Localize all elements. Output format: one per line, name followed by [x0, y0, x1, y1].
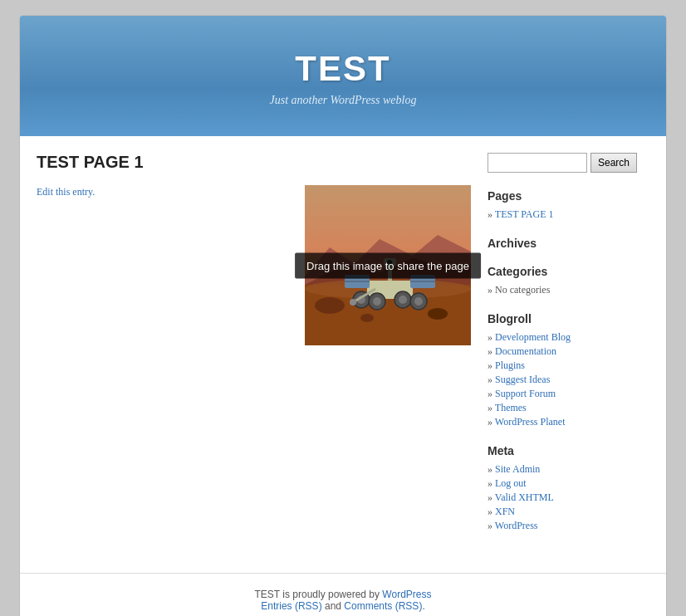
site-header: TEST Just another WordPress weblog: [20, 16, 666, 136]
list-item: TEST PAGE 1: [488, 208, 649, 222]
meta-link-xfn[interactable]: XFN: [495, 506, 515, 517]
footer-text: TEST is proudly powered by WordPress Ent…: [37, 589, 649, 612]
svg-point-23: [399, 296, 407, 304]
blogroll-link-suggest[interactable]: Suggest Ideas: [495, 374, 550, 385]
entries-rss-link[interactable]: Entries (RSS): [261, 600, 321, 612]
blogroll-heading: Blogroll: [488, 312, 649, 325]
list-item: Suggest Ideas: [488, 373, 649, 387]
edit-entry-link[interactable]: Edit this entry.: [37, 186, 95, 198]
main-content: TEST PAGE 1 Edit this entry.: [37, 153, 471, 548]
sidebar-blogroll: Blogroll Development Blog Documentation …: [488, 312, 649, 429]
list-item: Site Admin: [488, 462, 649, 477]
list-item: Valid XHTML: [488, 491, 649, 505]
sidebar-meta: Meta Site Admin Log out Valid XHTML XFN …: [488, 444, 649, 533]
search-form: Search: [488, 153, 649, 173]
blogroll-link-themes[interactable]: Themes: [495, 402, 527, 413]
comments-rss-link[interactable]: Comments (RSS): [344, 600, 422, 612]
list-item: XFN: [488, 505, 649, 519]
list-item: No categories: [488, 283, 649, 297]
svg-point-27: [350, 299, 356, 306]
list-item: WordPress Planet: [488, 415, 649, 429]
meta-link-logout[interactable]: Log out: [495, 477, 527, 489]
pages-heading: Pages: [488, 189, 649, 203]
page-title: TEST PAGE 1: [37, 153, 471, 172]
footer-text-before: TEST is proudly powered by: [255, 589, 383, 600]
sidebar-pages: Pages TEST PAGE 1: [488, 189, 649, 222]
post-content: Edit this entry.: [37, 185, 471, 345]
blogroll-link-support[interactable]: Support Forum: [495, 388, 556, 399]
blogroll-link-wp-planet[interactable]: WordPress Planet: [495, 416, 566, 428]
site-subtitle: Just another WordPress weblog: [37, 94, 649, 107]
list-item: Themes: [488, 401, 649, 415]
svg-point-7: [360, 314, 374, 322]
blogroll-link-documentation[interactable]: Documentation: [495, 345, 556, 357]
post-text: Edit this entry.: [37, 185, 288, 198]
list-item: Plugins: [488, 359, 649, 373]
pages-list: TEST PAGE 1: [488, 208, 649, 222]
meta-list: Site Admin Log out Valid XHTML XFN WordP…: [488, 462, 649, 533]
list-item: Log out: [488, 477, 649, 491]
svg-point-21: [373, 297, 381, 306]
content-wrapper: TEST PAGE 1 Edit this entry.: [20, 136, 666, 573]
blogroll-link-plugins[interactable]: Plugins: [495, 359, 525, 371]
blogroll-link-development[interactable]: Development Blog: [495, 331, 571, 343]
sidebar-categories: Categories No categories: [488, 265, 649, 297]
blogroll-list: Development Blog Documentation Plugins S…: [488, 330, 649, 429]
outer-wrapper: TEST Just another WordPress weblog TEST …: [19, 15, 667, 616]
svg-point-25: [414, 297, 423, 306]
meta-link-xhtml[interactable]: Valid XHTML: [495, 491, 554, 503]
search-button[interactable]: Search: [590, 153, 637, 173]
categories-heading: Categories: [488, 265, 649, 278]
site-footer: TEST is proudly powered by WordPress Ent…: [20, 573, 666, 616]
list-item: WordPress: [488, 519, 649, 533]
search-input[interactable]: [488, 153, 587, 173]
svg-point-6: [428, 308, 448, 320]
page-link[interactable]: TEST PAGE 1: [495, 208, 554, 220]
list-item: Documentation: [488, 345, 649, 359]
footer-wordpress-link[interactable]: WordPress: [382, 589, 431, 600]
post-image[interactable]: [305, 185, 471, 345]
list-item: Support Forum: [488, 387, 649, 401]
archives-heading: Archives: [488, 237, 649, 250]
post-image-container: Drag this image to share the page: [305, 185, 471, 345]
meta-link-wordpress[interactable]: WordPress: [495, 520, 538, 531]
svg-point-5: [315, 297, 345, 314]
list-item: Development Blog: [488, 330, 649, 345]
sidebar-archives: Archives: [488, 237, 649, 250]
meta-link-site-admin[interactable]: Site Admin: [495, 463, 540, 475]
meta-heading: Meta: [488, 444, 649, 457]
sidebar: Search Pages TEST PAGE 1 Archives Catego…: [488, 153, 649, 548]
categories-list: No categories: [488, 283, 649, 297]
site-title: TEST: [37, 49, 649, 89]
svg-point-17: [387, 260, 392, 265]
